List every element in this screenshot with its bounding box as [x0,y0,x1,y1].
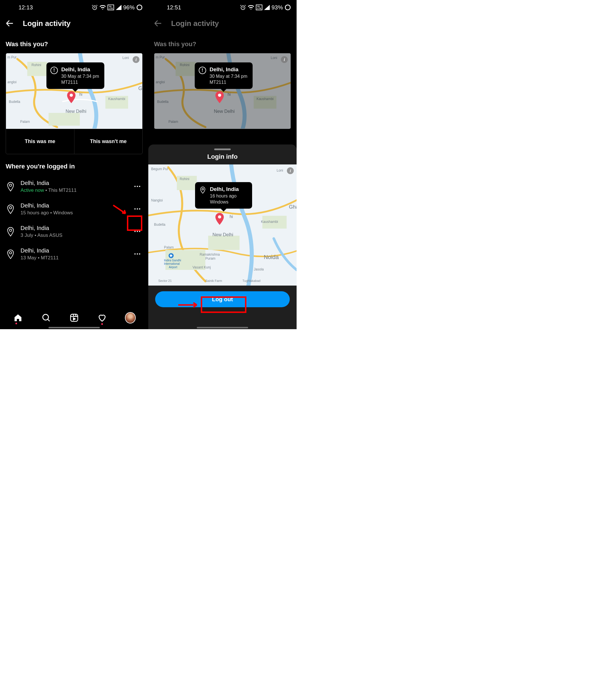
svg-text:Palam: Palam [20,120,30,124]
info-icon: i [281,56,288,63]
volte-icon: VoLTE [108,4,114,10]
annotation-highlight-box [201,296,246,313]
svg-point-69 [218,215,221,218]
svg-text:m Pur: m Pur [7,55,17,59]
svg-point-39 [218,93,221,97]
phone-screenshot-left: 12:13 VoLTE 96% Login activity Was this … [0,0,148,329]
svg-text:Kaushambi: Kaushambi [108,97,125,101]
svg-text:Kaushambi: Kaushambi [261,220,278,224]
info-icon[interactable]: i [133,56,139,63]
session-more-button[interactable]: ··· [132,182,142,191]
svg-text:Sector 21: Sector 21 [158,279,172,282]
svg-text:hi: hi [229,214,233,219]
svg-text:Budella: Budella [154,223,166,227]
info-icon[interactable]: i [287,167,294,174]
location-pin-icon [199,186,206,194]
svg-text:New Delhi: New Delhi [213,232,233,237]
status-bar: 12:51 VoLTE 93% [148,0,296,15]
alarm-icon [240,4,246,10]
map-preview[interactable]: m Pur Rohini Loni angloi Budella De hi K… [6,53,142,129]
location-pin-icon [6,204,16,215]
back-button[interactable] [4,18,15,28]
logged-in-title: Where you're logged in [0,154,148,175]
annotation-arrow-icon [112,204,128,216]
volte-icon: VoLTE [256,4,262,10]
annotation-highlight-box [127,215,142,231]
session-location: Delhi, India [21,225,127,231]
session-more-button[interactable]: ··· [132,250,142,258]
status-icons: VoLTE 93% [240,4,291,11]
tooltip-location: Delhi, India [210,185,239,193]
signal-icon [116,5,122,10]
recent-login-card: m Pur Rohini Loni angloi Budella De hi K… [6,53,142,154]
svg-text:Airport: Airport [169,266,177,269]
sheet-map[interactable]: Begum Pur Rohini Loni Nangloi Budella De… [148,164,296,286]
wifi-icon [248,5,254,10]
svg-text:Tughlakabad: Tughlakabad [242,279,260,282]
map-pin-icon [66,91,76,104]
phone-screenshot-right: 12:51 VoLTE 93% Login activity Was this … [148,0,296,329]
session-meta: 13 May • MT2111 [21,255,127,261]
session-more-button[interactable]: ··· [132,205,142,213]
svg-point-19 [9,206,12,209]
status-time: 12:13 [19,4,33,11]
svg-point-20 [9,229,12,231]
wifi-icon [100,5,106,10]
alert-icon: ! [50,67,58,74]
map-preview: m Pur Rohini Loni angloi Budella De hi K… [154,53,291,129]
svg-point-17 [70,93,73,97]
app-header: Login activity [0,15,148,32]
svg-point-21 [9,251,12,254]
session-row[interactable]: Delhi, India Active now • This MT2111 ··… [6,175,142,198]
page-title: Login activity [171,19,219,28]
alarm-icon [91,4,98,10]
session-row[interactable]: Delhi, India 13 May • MT2111 ··· [6,243,142,265]
bottom-navigation [0,307,148,329]
session-meta: Active now • This MT2111 [21,187,127,193]
svg-text:Rohini: Rohini [32,63,41,67]
svg-point-68 [202,188,204,190]
session-location: Delhi, India [21,180,127,186]
battery-ring-icon [136,4,142,10]
back-button[interactable] [153,18,163,28]
svg-text:Vasant Kunj: Vasant Kunj [193,265,211,269]
battery-ring-icon [285,4,291,10]
svg-text:Ramakrishna: Ramakrishna [200,252,220,256]
svg-text:Begum Pur: Begum Pur [151,167,168,171]
svg-text:Sainik Farm: Sainik Farm [205,279,222,282]
avatar [125,312,136,323]
profile-tab[interactable] [125,312,136,323]
alert-icon: ! [199,67,206,74]
tooltip-location: Delhi, India [61,66,99,73]
prompt-title: Was this you? [0,32,148,53]
map-pin-icon [215,213,224,226]
tooltip-time: 16 hours ago [210,193,239,199]
was-me-button[interactable]: This was me [6,129,74,154]
session-row[interactable]: Delhi, India 3 July • Asus ASUS ··· [6,220,142,243]
svg-text:Loni: Loni [122,56,129,60]
svg-text:Indira Gandhi: Indira Gandhi [164,259,181,262]
login-sessions-list: Delhi, India Active now • This MT2111 ··… [0,175,148,265]
location-pin-icon [6,226,16,237]
home-tab[interactable] [13,312,23,323]
svg-text:G: G [138,86,142,91]
gesture-bar [48,327,100,328]
svg-rect-5 [48,113,80,126]
svg-text:Gha: Gha [289,204,296,210]
svg-text:Jasola: Jasola [254,267,264,271]
svg-text:angloi: angloi [7,80,17,84]
tooltip-device: MT2111 [61,79,99,86]
signal-icon [264,5,270,10]
map-pin-icon [215,91,224,104]
svg-text:Nangloi: Nangloi [151,198,163,202]
sheet-drag-handle[interactable] [214,149,231,150]
tooltip-time: 30 May at 7:34 pm [61,73,99,79]
search-tab[interactable] [41,312,52,323]
reels-tab[interactable] [69,312,80,323]
status-icons: VoLTE 96% [91,4,142,11]
svg-text:hi: hi [79,92,83,97]
svg-point-1 [137,5,142,10]
wasnt-me-button[interactable]: This wasn't me [74,129,142,154]
activity-tab[interactable] [97,312,108,323]
svg-rect-23 [70,314,78,321]
